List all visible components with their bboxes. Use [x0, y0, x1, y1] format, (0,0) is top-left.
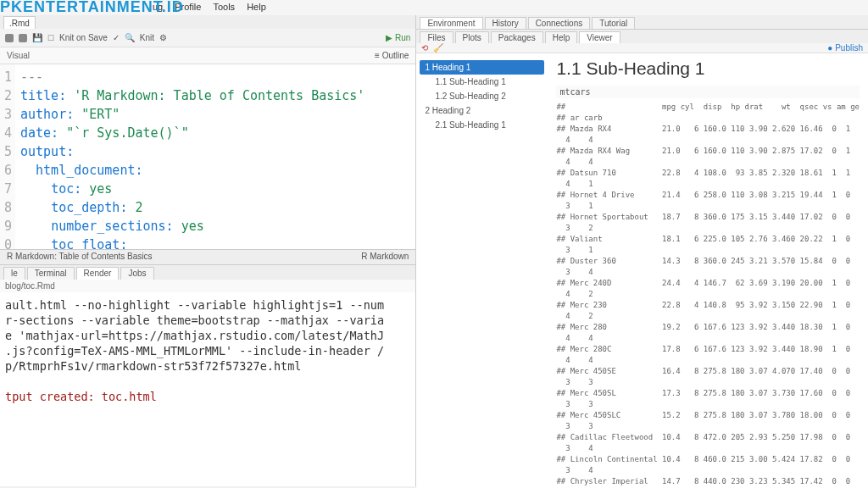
watermark-logo: PKENTERTAINMENT.ID — [0, 0, 184, 16]
forward-icon[interactable] — [19, 34, 27, 42]
tab-packages[interactable]: Packages — [491, 31, 543, 43]
menu-tools[interactable]: Tools — [213, 2, 235, 15]
code-editor[interactable]: 123456789012 --- title: 'R Markdown: Tab… — [0, 64, 415, 249]
gear-icon[interactable]: ⚙ — [159, 33, 167, 42]
knit-button[interactable]: Knit — [140, 33, 154, 42]
doc-heading: 1.1 Sub-Heading 1 — [556, 58, 860, 79]
rendered-document: 1.1 Sub-Heading 1 mtcars ## mpg cyl disp… — [548, 53, 868, 488]
toc-item[interactable]: 2 Heading 2 — [420, 103, 544, 118]
outline-button[interactable]: ≡ Outline — [375, 51, 409, 60]
tab-render[interactable]: Render — [76, 267, 120, 280]
code-chunk: mtcars — [556, 86, 860, 98]
menu-help[interactable]: Help — [247, 2, 266, 15]
file-tabs: Files Plots Packages Help Viewer — [416, 29, 868, 43]
search-icon[interactable]: 🔍 — [125, 33, 135, 42]
tab-viewer[interactable]: Viewer — [579, 31, 620, 43]
clear-icon[interactable]: 🧹 — [433, 43, 443, 53]
toc-item[interactable]: 1.1 Sub-Heading 1 — [420, 75, 544, 89]
refresh-icon[interactable]: ⟲ — [421, 43, 428, 53]
toc-item[interactable]: 2.1 Sub-Heading 1 — [420, 118, 544, 132]
tab-history[interactable]: History — [485, 17, 526, 29]
knit-on-save[interactable]: Knit on Save — [59, 33, 108, 42]
publish-button[interactable]: ● Publish — [827, 43, 863, 53]
tab-jobs[interactable]: Jobs — [120, 267, 153, 280]
viewer-toolbar: ⟲ 🧹 ● Publish — [416, 43, 868, 53]
console-tabs: le Terminal Render Jobs — [0, 264, 415, 280]
editor-status-bar: R Markdown: Table of Contents Basics R M… — [0, 249, 415, 264]
tab-tutorial[interactable]: Tutorial — [592, 17, 635, 29]
tab-environment[interactable]: Environment — [420, 17, 482, 29]
source-file-tab[interactable]: .Rmd — [3, 16, 36, 30]
spell-icon[interactable]: ✓ — [113, 33, 120, 42]
tab-connections[interactable]: Connections — [528, 17, 591, 29]
editor-toolbar: Visual ≡ Outline — [0, 47, 415, 64]
back-icon[interactable] — [5, 34, 14, 42]
run-button[interactable]: ▶ Run — [386, 33, 410, 42]
tab-console[interactable]: le — [3, 267, 25, 280]
source-toolbar: 💾 ☐ Knit on Save ✓ 🔍 Knit ⚙ ▶ Run — [0, 29, 415, 47]
console-output[interactable]: ault.html --no-highlight --variable high… — [0, 292, 415, 487]
env-tabs: Environment History Connections Tutorial — [416, 15, 868, 29]
tab-help[interactable]: Help — [545, 31, 578, 43]
tab-plots[interactable]: Plots — [455, 31, 489, 43]
toc-item[interactable]: 1.2 Sub-Heading 2 — [420, 89, 544, 103]
tab-terminal[interactable]: Terminal — [27, 267, 75, 280]
toc-float: 1 Heading 11.1 Sub-Heading 11.2 Sub-Head… — [416, 53, 548, 488]
console-path: blog/toc.Rmd — [0, 280, 415, 292]
visual-toggle[interactable]: Visual — [7, 51, 30, 60]
save-icon[interactable]: 💾 — [32, 33, 42, 42]
tab-files[interactable]: Files — [420, 31, 453, 43]
toc-item[interactable]: 1 Heading 1 — [420, 60, 544, 75]
output-table: ## mpg cyl disp hp drat wt qsec vs am ge… — [556, 102, 860, 488]
